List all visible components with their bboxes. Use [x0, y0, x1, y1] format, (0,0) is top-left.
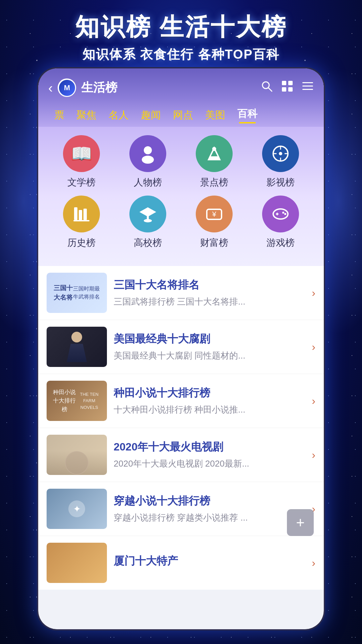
fab-button[interactable]: + [287, 509, 314, 536]
svg-rect-3 [288, 81, 293, 85]
svg-line-1 [268, 88, 272, 91]
caifu-icon: ¥ [196, 196, 233, 232]
list-thumb-5: ✦ [47, 489, 107, 529]
svg-point-15 [279, 152, 282, 155]
list-content-5: 穿越小说十大排行榜 穿越小说排行榜 穿越类小说推荐 ... [114, 494, 305, 524]
list-item-3[interactable]: 种田小说十大排行榜THE TEN FARM NOVELS 种田小说十大排行榜 十… [38, 374, 324, 428]
svg-rect-2 [282, 81, 286, 85]
svg-rect-5 [288, 87, 293, 92]
list-desc-3: 十大种田小说排行榜 种田小说推... [114, 404, 305, 416]
list-desc-1: 三国武将排行榜 三国十大名将排... [114, 296, 305, 308]
wenwue-icon: 📖 [63, 135, 100, 172]
svg-rect-23 [73, 220, 89, 221]
lishi-label: 历史榜 [67, 236, 96, 249]
nav-bar: ‹ M 生活榜 [48, 75, 314, 102]
gaoxiao-label: 高校榜 [134, 236, 162, 249]
tab-piao[interactable]: 票 [48, 107, 70, 124]
tab-meitu[interactable]: 美图 [199, 107, 231, 124]
list-arrow-2: › [312, 341, 315, 353]
list-desc-2: 美国最经典十大腐剧 同性题材的... [114, 350, 305, 362]
svg-rect-4 [282, 87, 286, 92]
headline-subtitle: 知识体系 衣食住行 各种TOP百科 [82, 46, 280, 63]
category-section: 📖 文学榜 人物榜 [38, 127, 324, 266]
list-arrow-4: › [312, 449, 315, 461]
jingdian-label: 景点榜 [200, 176, 228, 189]
list-title-5: 穿越小说十大排行榜 [114, 494, 305, 508]
category-jingdian[interactable]: 景点榜 [187, 135, 241, 189]
nav-right [261, 80, 314, 95]
list-item-2[interactable]: 美国最经典十大腐剧 美国最经典十大腐剧 同性题材的... › [38, 320, 324, 374]
nav-left: ‹ M 生活榜 [48, 78, 117, 97]
list-arrow-1: › [312, 287, 315, 299]
category-wenwue[interactable]: 📖 文学榜 [55, 135, 108, 189]
menu-icon[interactable] [302, 80, 314, 95]
category-caifu[interactable]: ¥ 财富榜 [187, 196, 241, 249]
category-row-2: 历史榜 高校榜 [48, 196, 314, 249]
headline-title: 知识榜 生活十大榜 [75, 11, 287, 43]
tab-wangdian[interactable]: 网点 [167, 107, 199, 124]
tab-jujiao[interactable]: 聚焦 [70, 107, 103, 124]
lishi-icon [63, 196, 100, 232]
svg-rect-8 [302, 89, 313, 90]
search-icon[interactable] [261, 80, 273, 95]
list-thumb-1: 三国十大名将三国时期最牛武将排名 [47, 273, 107, 313]
category-renwu[interactable]: 人物榜 [121, 135, 175, 189]
headline-area: 知识榜 生活十大榜 知识体系 衣食住行 各种TOP百科 [0, 0, 362, 74]
svg-marker-24 [139, 207, 156, 217]
list-thumb-6 [47, 543, 107, 583]
svg-rect-22 [83, 209, 87, 220]
list-item-1[interactable]: 三国十大名将三国时期最牛武将排名 三国十大名将排名 三国武将排行榜 三国十大名将… [38, 266, 324, 320]
list-desc-5: 穿越小说排行榜 穿越类小说推荐 ... [114, 512, 305, 524]
tab-mingren[interactable]: 名人 [103, 107, 135, 124]
category-lishi[interactable]: 历史榜 [55, 196, 108, 249]
grid-icon[interactable] [281, 80, 293, 95]
youxi-icon [262, 196, 299, 232]
renwu-label: 人物榜 [134, 176, 162, 189]
svg-point-31 [284, 213, 286, 215]
svg-point-13 [212, 147, 216, 151]
list-thumb-3: 种田小说十大排行榜THE TEN FARM NOVELS [47, 381, 107, 421]
svg-rect-20 [74, 207, 77, 220]
caifu-label: 财富榜 [200, 236, 228, 249]
list-title-4: 2020年十大最火电视剧 [114, 440, 305, 454]
phone-frame: ‹ M 生活榜 [37, 67, 325, 631]
svg-point-10 [142, 156, 154, 164]
renwu-icon [129, 135, 166, 172]
list-arrow-3: › [312, 395, 315, 407]
svg-point-30 [282, 212, 284, 214]
list-title-3: 种田小说十大排行榜 [114, 386, 305, 400]
yingshi-label: 影视榜 [266, 176, 295, 189]
list-desc-4: 2020年十大最火电视剧 2020最新... [114, 458, 305, 470]
list-content-6: 厦门十大特产 [114, 554, 305, 572]
category-gaoxiao[interactable]: 高校榜 [121, 196, 175, 249]
svg-rect-6 [302, 82, 313, 83]
category-youxi[interactable]: 游戏榜 [254, 196, 307, 249]
wenwue-label: 文学榜 [67, 176, 96, 189]
list-thumb-4 [47, 435, 107, 475]
list-section: 三国十大名将三国时期最牛武将排名 三国十大名将排名 三国武将排行榜 三国十大名将… [38, 266, 324, 590]
gaoxiao-icon [129, 196, 166, 232]
logo-inner: M [59, 80, 75, 96]
tab-baike[interactable]: 百科 [231, 105, 263, 125]
list-arrow-6: › [312, 557, 315, 569]
back-button[interactable]: ‹ [48, 81, 53, 95]
svg-rect-7 [302, 86, 313, 87]
list-title-1: 三国十大名将排名 [114, 278, 305, 292]
list-item-5[interactable]: ✦ 穿越小说十大排行榜 穿越小说排行榜 穿越类小说推荐 ... › [38, 482, 324, 536]
app-logo: M [58, 78, 76, 97]
app-title: 生活榜 [81, 79, 117, 96]
list-item-6[interactable]: 厦门十大特产 › [38, 536, 324, 590]
tab-quwen[interactable]: 趣闻 [135, 107, 167, 124]
category-yingshi[interactable]: 影视榜 [254, 135, 307, 189]
list-title-6: 厦门十大特产 [114, 554, 305, 568]
yingshi-icon [262, 135, 299, 172]
svg-point-9 [144, 146, 152, 154]
jingdian-icon [196, 135, 233, 172]
list-title-2: 美国最经典十大腐剧 [114, 332, 305, 346]
svg-rect-21 [79, 210, 82, 220]
list-content-1: 三国十大名将排名 三国武将排行榜 三国十大名将排... [114, 278, 305, 308]
tab-bar: 票 聚焦 名人 趣闻 网点 美图 百科 [48, 102, 314, 127]
list-item-4[interactable]: 2020年十大最火电视剧 2020年十大最火电视剧 2020最新... › [38, 428, 324, 482]
category-row-1: 📖 文学榜 人物榜 [48, 135, 314, 189]
list-content-3: 种田小说十大排行榜 十大种田小说排行榜 种田小说推... [114, 386, 305, 416]
